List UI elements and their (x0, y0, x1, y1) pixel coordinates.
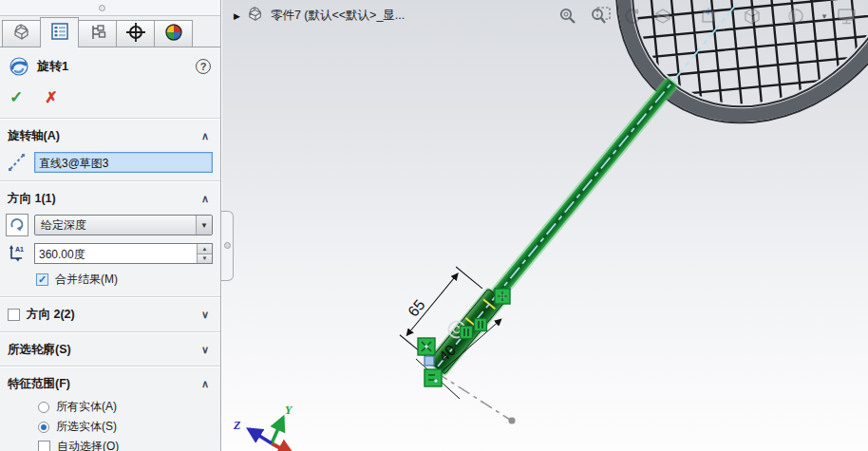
sketch-endpoint-marker[interactable] (425, 356, 434, 366)
selected-bodies-label: 所选实体(S) (56, 419, 117, 435)
panel-splitter[interactable] (221, 211, 234, 281)
toolbar-dropdown-arrow[interactable]: ▾ (860, 5, 868, 28)
racket-strings (371, 0, 868, 363)
expand-chevron[interactable]: ∨ (201, 345, 209, 355)
angle-icon: A1 (6, 242, 28, 265)
construction-line[interactable] (436, 372, 510, 420)
part-icon (11, 23, 32, 45)
collapse-chevron[interactable]: ∧ (201, 379, 209, 389)
tab-dimxpert[interactable] (116, 20, 155, 47)
dropdown-arrow-icon[interactable]: ▼ (196, 216, 212, 235)
reverse-direction-icon[interactable] (6, 214, 28, 236)
axis-line-icon (6, 151, 28, 174)
section-contours-label: 所选轮廓(S) (8, 342, 71, 358)
zoom-fit-icon[interactable] (557, 5, 579, 28)
graphics-viewport[interactable]: ▶ 零件7 (默认<<默认>_显... (222, 0, 868, 451)
section-feature-scope: 特征范围(F) ∧ (0, 370, 220, 397)
all-bodies-label: 所有实体(A) (56, 399, 117, 415)
section-axis-label: 旋转轴(A) (8, 128, 60, 144)
racket-head[interactable] (371, 0, 868, 363)
panel-top-splitter[interactable] (0, 0, 220, 16)
triad-y-label: Y (285, 404, 293, 417)
color-sphere-icon (164, 23, 183, 45)
merge-result-label: 合并结果(M) (55, 272, 118, 288)
triad-x-axis (272, 443, 292, 451)
tab-display-manager[interactable] (154, 20, 193, 47)
angle-input[interactable]: 360.00度 ▲ ▼ (34, 243, 213, 264)
previous-view-icon[interactable] (621, 5, 644, 28)
revolve-centerline[interactable] (438, 0, 856, 366)
selected-bodies-radio[interactable] (38, 422, 49, 433)
target-crosshair-icon (125, 22, 146, 46)
section-direction1-label: 方向 1(1) (8, 191, 56, 207)
auto-select-checkbox[interactable] (38, 441, 50, 451)
svg-text:A1: A1 (15, 246, 24, 253)
section-view-icon[interactable] (651, 5, 674, 28)
display-style-icon[interactable] (784, 5, 807, 28)
divider (0, 331, 220, 333)
section-direction2-label: 方向 2(2) (27, 307, 75, 323)
triad-z-label: Z (233, 419, 241, 432)
toolbar-dropdown-arrow[interactable]: ▾ (813, 5, 836, 28)
expand-chevron[interactable]: ∨ (201, 310, 209, 320)
reference-triad: Y Z (233, 404, 293, 451)
property-list-icon (50, 22, 69, 44)
cancel-button[interactable]: ✗ (45, 88, 57, 106)
zoom-area-icon[interactable] (589, 5, 612, 28)
angle-value[interactable]: 360.00度 (35, 244, 197, 263)
divider (0, 118, 220, 120)
feature-title: 旋转1 (37, 58, 68, 75)
tab-feature-tree[interactable] (2, 20, 41, 47)
section-selected-contours: 所选轮廓(S) ∨ (0, 336, 220, 363)
tab-property-manager[interactable] (40, 17, 79, 47)
property-manager-panel: 旋转1 ? ✓ ✗ 旋转轴(A) ∧ 直线3@草图3 方向 1(1) ∧ (0, 0, 221, 451)
tab-configuration-manager[interactable] (78, 20, 117, 47)
spin-down-icon[interactable]: ▼ (198, 254, 212, 264)
splitter-grip-dot[interactable] (99, 5, 105, 11)
end-condition-dropdown[interactable]: 给定深度 ▼ (34, 215, 213, 235)
badminton-racket-model[interactable]: 65 (222, 0, 868, 451)
help-button[interactable]: ? (196, 59, 211, 74)
ok-button[interactable]: ✓ (9, 87, 23, 107)
revolve-feature-icon (8, 55, 30, 78)
auto-select-label: 自动选择(O) (57, 439, 119, 451)
solidworks-window: 旋转1 ? ✓ ✗ 旋转轴(A) ∧ 直线3@草图3 方向 1(1) ∧ (0, 0, 868, 451)
all-bodies-radio[interactable] (38, 402, 49, 413)
direction2-checkbox[interactable] (8, 309, 20, 321)
triad-y-axis (272, 418, 283, 443)
view-settings-icon[interactable] (836, 5, 859, 28)
selection-markers[interactable] (418, 289, 510, 386)
manager-tab-bar (0, 16, 220, 47)
section-plane-icon[interactable] (697, 5, 720, 28)
end-condition-value: 给定深度 (35, 217, 86, 234)
spin-up-icon[interactable]: ▲ (198, 244, 212, 254)
section-axis-of-revolution: 旋转轴(A) ∧ (0, 122, 220, 149)
section-scope-label: 特征范围(F) (8, 376, 70, 392)
splitter-dot (224, 242, 231, 249)
divider (0, 180, 220, 182)
axis-selection-input[interactable]: 直线3@草图3 (34, 152, 213, 173)
section-direction1: 方向 1(1) ∧ (0, 185, 220, 212)
view-orientation-icon[interactable] (741, 5, 764, 28)
model-canvas[interactable]: 65 40 (222, 0, 868, 451)
triad-z-axis (249, 429, 272, 443)
collapse-chevron[interactable]: ∧ (201, 131, 209, 141)
collapse-chevron[interactable]: ∧ (201, 194, 209, 204)
spinner-control[interactable]: ▲ ▼ (197, 244, 212, 263)
configuration-tree-icon (87, 23, 108, 45)
heads-up-toolbar: ▾ ▾ (222, 0, 868, 32)
svg-text:65: 65 (405, 296, 428, 320)
merge-result-checkbox[interactable]: ✓ (36, 273, 48, 286)
divider (0, 366, 220, 367)
construction-endpoint[interactable] (508, 417, 515, 423)
divider (0, 296, 220, 298)
